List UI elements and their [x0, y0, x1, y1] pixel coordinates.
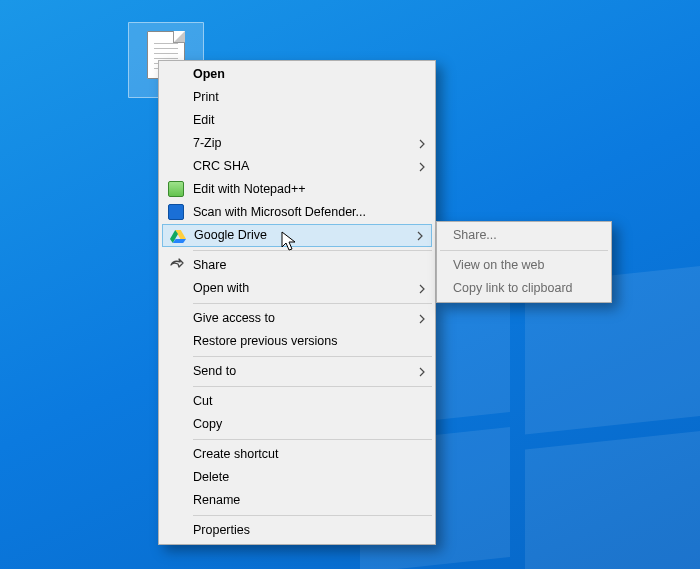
- menu-item-edit-notepadpp[interactable]: Edit with Notepad++: [161, 178, 433, 201]
- menu-separator: [440, 250, 608, 251]
- desktop-background[interactable]: IV Open Print Edit 7-Zip CRC SHA Edit wi…: [0, 0, 700, 569]
- google-drive-icon: [170, 228, 186, 244]
- context-submenu-google-drive: Share... View on the web Copy link to cl…: [436, 221, 612, 303]
- notepadpp-icon: [168, 181, 184, 197]
- menu-item-label: Copy link to clipboard: [453, 281, 573, 295]
- menu-separator: [193, 439, 432, 440]
- menu-item-open-with[interactable]: Open with: [161, 277, 433, 300]
- menu-item-label: Open with: [193, 281, 249, 295]
- menu-item-label: Delete: [193, 470, 229, 484]
- menu-item-label: Copy: [193, 417, 222, 431]
- menu-item-label: Print: [193, 90, 219, 104]
- menu-separator: [193, 356, 432, 357]
- submenu-item-view-web[interactable]: View on the web: [439, 254, 609, 277]
- menu-item-open[interactable]: Open: [161, 63, 433, 86]
- menu-item-label: Share: [193, 258, 226, 272]
- menu-item-label: Rename: [193, 493, 240, 507]
- menu-item-label: Edit with Notepad++: [193, 182, 306, 196]
- menu-item-7zip[interactable]: 7-Zip: [161, 132, 433, 155]
- menu-item-google-drive[interactable]: Google Drive: [162, 224, 432, 247]
- menu-item-edit[interactable]: Edit: [161, 109, 433, 132]
- menu-item-label: 7-Zip: [193, 136, 221, 150]
- chevron-right-icon: [419, 360, 425, 383]
- chevron-right-icon: [417, 225, 423, 246]
- menu-item-label: Cut: [193, 394, 212, 408]
- menu-item-send-to[interactable]: Send to: [161, 360, 433, 383]
- menu-item-restore-previous[interactable]: Restore previous versions: [161, 330, 433, 353]
- menu-item-label: Share...: [453, 228, 497, 242]
- menu-separator: [193, 250, 432, 251]
- menu-item-crc-sha[interactable]: CRC SHA: [161, 155, 433, 178]
- menu-item-properties[interactable]: Properties: [161, 519, 433, 542]
- menu-item-delete[interactable]: Delete: [161, 466, 433, 489]
- menu-item-give-access[interactable]: Give access to: [161, 307, 433, 330]
- defender-shield-icon: [168, 204, 184, 220]
- context-menu: Open Print Edit 7-Zip CRC SHA Edit with …: [158, 60, 436, 545]
- menu-item-print[interactable]: Print: [161, 86, 433, 109]
- submenu-item-share[interactable]: Share...: [439, 224, 609, 247]
- chevron-right-icon: [419, 277, 425, 300]
- menu-item-label: Open: [193, 67, 225, 81]
- menu-item-label: Google Drive: [194, 228, 267, 242]
- menu-item-create-shortcut[interactable]: Create shortcut: [161, 443, 433, 466]
- menu-item-cut[interactable]: Cut: [161, 390, 433, 413]
- menu-item-label: Restore previous versions: [193, 334, 338, 348]
- menu-separator: [193, 386, 432, 387]
- menu-item-scan-defender[interactable]: Scan with Microsoft Defender...: [161, 201, 433, 224]
- menu-item-label: CRC SHA: [193, 159, 249, 173]
- svg-marker-2: [173, 239, 186, 243]
- chevron-right-icon: [419, 132, 425, 155]
- menu-item-label: Send to: [193, 364, 236, 378]
- menu-item-label: Edit: [193, 113, 215, 127]
- menu-item-label: Properties: [193, 523, 250, 537]
- menu-separator: [193, 303, 432, 304]
- menu-item-copy[interactable]: Copy: [161, 413, 433, 436]
- menu-separator: [193, 515, 432, 516]
- menu-item-share[interactable]: Share: [161, 254, 433, 277]
- menu-item-label: Scan with Microsoft Defender...: [193, 205, 366, 219]
- menu-item-rename[interactable]: Rename: [161, 489, 433, 512]
- chevron-right-icon: [419, 307, 425, 330]
- menu-item-label: View on the web: [453, 258, 545, 272]
- menu-item-label: Create shortcut: [193, 447, 278, 461]
- submenu-item-copy-link[interactable]: Copy link to clipboard: [439, 277, 609, 300]
- share-icon: [168, 257, 184, 273]
- chevron-right-icon: [419, 155, 425, 178]
- menu-item-label: Give access to: [193, 311, 275, 325]
